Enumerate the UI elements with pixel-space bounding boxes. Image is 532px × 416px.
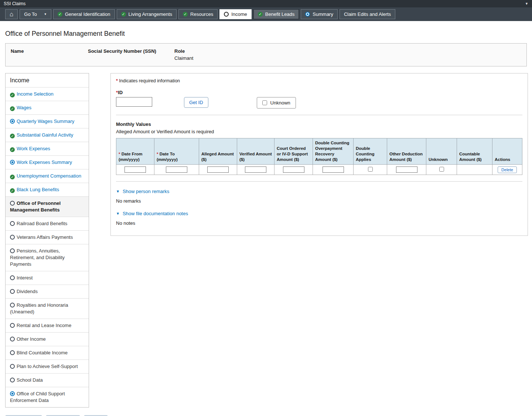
sidebar-item-interest[interactable]: Interest: [6, 271, 89, 285]
sidebar-item-blind-countable-income[interactable]: Blind Countable Income: [6, 346, 89, 360]
show-person-remarks-toggle[interactable]: ▼ Show person remarks: [116, 189, 169, 194]
not-started-icon: [10, 337, 15, 341]
other_deduction_amount-input[interactable]: [396, 166, 417, 173]
remarks-empty-text: No remarks: [116, 198, 522, 204]
chevron-down-icon: ▼: [116, 189, 120, 193]
col-alleged-amount: Alleged Amount ($): [199, 138, 237, 165]
date_from-input[interactable]: [125, 166, 146, 173]
in-progress-icon: [305, 12, 310, 17]
check-complete-icon: ✓: [58, 12, 62, 17]
not-started-icon: [10, 378, 15, 382]
page-title: Office of Personnel Management Benefit: [5, 30, 527, 38]
sidebar-item-office-of-personnel-management-benefits[interactable]: Office of Personnel Management Benefits: [6, 196, 89, 217]
sidebar-item-unemployment-compensation[interactable]: ✓Unemployment Compensation: [6, 169, 89, 183]
sidebar-item-office-of-child-support-enforcement-data[interactable]: Office of Child Support Enforcement Data: [6, 387, 89, 407]
get-id-button[interactable]: Get ID: [184, 97, 208, 108]
sidebar-item-pensions-annuities-retirement-and-disability-payments[interactable]: Pensions, Annuities, Retirement, and Dis…: [6, 244, 89, 271]
not-started-icon: [10, 289, 15, 294]
col-actions: Actions: [492, 138, 522, 165]
sidebar-item-wages[interactable]: ✓Wages: [6, 101, 89, 114]
sidebar-item-quarterly-wages-summary[interactable]: Quarterly Wages Summary: [6, 114, 89, 128]
tab-benefit-leads[interactable]: ✓Benefit Leads: [253, 9, 299, 19]
cell-other-deduction-amount: [387, 165, 426, 175]
cell-actions: Delete: [492, 165, 522, 175]
sidebar-item-black-lung-benefits[interactable]: ✓Black Lung Benefits: [6, 183, 89, 196]
id-row: Get ID Unknown: [116, 97, 522, 109]
not-started-icon: [10, 235, 15, 240]
sidebar-title: Income: [6, 73, 89, 87]
id-unknown-label: Unknown: [270, 100, 290, 106]
col-date-from-mm-yyyy: * Date From (mm/yyyy): [116, 138, 154, 165]
tab-summary[interactable]: Summary: [301, 9, 338, 19]
date_to-input[interactable]: [166, 166, 187, 173]
double_counting_applies-checkbox[interactable]: [368, 167, 373, 172]
sidebar-item-veterans-affairs-payments[interactable]: Veterans Affairs Payments: [6, 230, 89, 244]
required-note: * Indicates required information: [116, 78, 522, 83]
sidebar-item-income-selection[interactable]: ✓Income Selection: [6, 87, 89, 101]
notes-empty-text: No notes: [116, 220, 522, 226]
id-unknown-checkbox[interactable]: [262, 100, 267, 105]
tab-income[interactable]: Income: [219, 9, 252, 19]
tab-label: Resources: [190, 11, 213, 17]
double_counting_recovery_amount-input[interactable]: [323, 166, 344, 173]
tab-go-to[interactable]: Go To▼: [20, 9, 51, 19]
col-unknown: Unknown: [426, 138, 457, 165]
icon-dot: [11, 393, 13, 395]
in-progress-icon: [10, 160, 15, 165]
not-started-icon: [10, 248, 15, 253]
sidebar-item-substantial-gainful-activity[interactable]: ✓Substantial Gainful Activity: [6, 128, 89, 142]
sidebar-item-plan-to-achieve-self-support[interactable]: Plan to Achieve Self-Support: [6, 360, 89, 373]
row-delete-button[interactable]: Delete: [498, 166, 517, 173]
tab-general-identification[interactable]: ✓General Identification: [53, 9, 115, 19]
tab-living-arrangements[interactable]: ✓Living Arrangements: [117, 9, 177, 19]
sidebar-item-dividends[interactable]: Dividends: [6, 285, 89, 298]
tab-home[interactable]: ⌂: [5, 9, 18, 19]
chevron-down-icon[interactable]: ▼: [525, 2, 528, 6]
app-title: SSI Claims: [4, 1, 25, 6]
not-started-icon: [10, 201, 15, 206]
tab-resources[interactable]: ✓Resources: [178, 9, 218, 19]
monthly-values-title: Monthly Values: [116, 121, 522, 127]
cell-double-counting-applies: [354, 165, 387, 175]
check-complete-icon: ✓: [10, 175, 15, 179]
sidebar-item-other-income[interactable]: Other Income: [6, 332, 89, 346]
person-name-col: Name: [11, 48, 88, 61]
show-file-documentation-notes-toggle[interactable]: ▼ Show file documentation notes: [116, 211, 188, 216]
col-double-counting-applies: Double Counting Applies: [354, 138, 387, 165]
role-label: Role: [174, 48, 521, 54]
sidebar-item-school-data[interactable]: School Data: [6, 373, 89, 387]
not-started-icon: [10, 221, 15, 226]
section-divider: [116, 181, 522, 182]
name-label: Name: [11, 48, 24, 54]
person-summary: Name Social Security Number (SSN) Role C…: [5, 43, 527, 66]
cell-court-ordered-or-iv-d-support-amount: [274, 165, 313, 175]
check-complete-icon: ✓: [258, 12, 263, 17]
icon-dot: [11, 161, 13, 163]
check-complete-icon: ✓: [183, 12, 188, 17]
sidebar-item-work-expenses[interactable]: ✓Work Expenses: [6, 142, 89, 155]
tab-label: Claim Edits and Alerts: [344, 11, 391, 17]
sidebar-item-royalties-and-honoraria-unearned[interactable]: Royalties and Honoraria (Unearned): [6, 298, 89, 319]
alleged_amount-input[interactable]: [207, 166, 229, 173]
in-progress-icon: [10, 119, 15, 124]
col-court-ordered-or-iv-d-support-amount: Court Ordered or IV-D Support Amount ($): [274, 138, 313, 165]
sidebar-item-railroad-board-benefits[interactable]: Railroad Board Benefits: [6, 217, 89, 230]
page-content: Office of Personnel Management Benefit N…: [0, 30, 532, 416]
tab-claim-edits-and-alerts[interactable]: Claim Edits and Alerts: [340, 9, 395, 19]
sidebar-item-work-expenses-summary[interactable]: Work Expenses Summary: [6, 155, 89, 169]
verified_amount-input[interactable]: [245, 166, 266, 173]
cell-date-to-mm-yyyy: [154, 165, 199, 175]
monthly-values-table: * Date From (mm/yyyy)* Date To (mm/yyyy)…: [116, 138, 522, 175]
ssn-label: Social Security Number (SSN): [88, 48, 156, 54]
court_ordered_amount-input[interactable]: [283, 166, 304, 173]
id-unknown-box[interactable]: Unknown: [257, 97, 296, 109]
col-date-to-mm-yyyy: * Date To (mm/yyyy): [154, 138, 199, 165]
tab-label: General Identification: [65, 11, 110, 17]
sidebar-item-rental-and-lease-income[interactable]: Rental and Lease Income: [6, 319, 89, 332]
id-input[interactable]: [116, 97, 152, 107]
id-field-label: *ID: [116, 90, 522, 95]
tab-label: Go To: [24, 11, 37, 17]
cell-date-from-mm-yyyy: [116, 165, 154, 175]
unknown-checkbox[interactable]: [439, 167, 444, 172]
table-row: Delete: [116, 165, 522, 175]
